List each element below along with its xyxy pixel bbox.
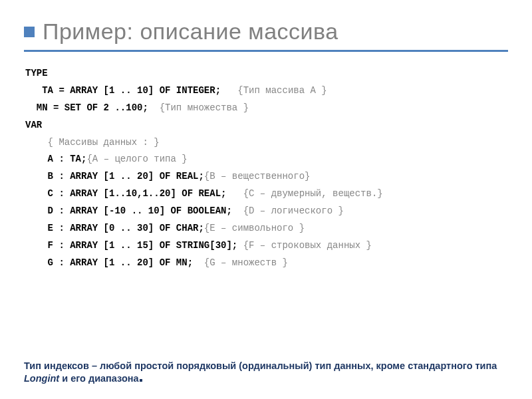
slide-title: Пример: описание массива (43, 19, 338, 45)
code-comment: {D – логического } (243, 205, 344, 216)
title-underline (24, 50, 508, 52)
code-line: TA = ARRAY [1 .. 10] OF INTEGER; (25, 85, 237, 96)
period-icon (140, 379, 142, 382)
code-comment: {A – целого типа } (86, 154, 187, 164)
title-bullet-icon (24, 27, 35, 37)
code-comment: {C – двумерный, веществ.} (243, 188, 383, 199)
note-text: Тип индексов – любой простой порядковый … (24, 360, 497, 371)
code-line: E : ARRAY [0 .. 30] OF CHAR; (25, 223, 204, 233)
code-comment: {Тип множества } (160, 102, 249, 113)
code-line: MN = SET OF 2 ..100; (25, 102, 160, 113)
code-comment: {Тип массива A } (237, 85, 327, 96)
code-line: A : TA; (25, 154, 86, 164)
code-comment: {E – символьного } (204, 223, 305, 233)
code-block: TYPE TA = ARRAY [1 .. 10] OF INTEGER; {Т… (25, 65, 508, 272)
code-comment: {B – вещественного} (204, 171, 311, 182)
bottom-note: Тип индексов – любой простой порядковый … (24, 360, 508, 386)
code-line: D : ARRAY [-10 .. 10] OF BOOLEAN; (25, 205, 243, 216)
note-text: и его диапазона (59, 373, 138, 384)
code-line: TYPE (25, 68, 48, 78)
code-comment: {F – строковых данных } (243, 240, 372, 251)
note-emphasis: Longint (24, 373, 59, 384)
code-comment: {G – множеств } (204, 257, 288, 268)
title-row: Пример: описание массива (24, 19, 508, 45)
code-line: G : ARRAY [1 .. 20] OF MN; (25, 257, 204, 268)
code-comment: { Массивы данных : } (25, 137, 160, 148)
slide: Пример: описание массива TYPE TA = ARRAY… (0, 0, 532, 399)
code-line: VAR (25, 120, 42, 130)
code-line: B : ARRAY [1 .. 20] OF REAL; (25, 171, 204, 182)
code-line: C : ARRAY [1..10,1..20] OF REAL; (25, 188, 243, 199)
code-line: F : ARRAY [1 .. 15] OF STRING[30]; (25, 240, 243, 251)
